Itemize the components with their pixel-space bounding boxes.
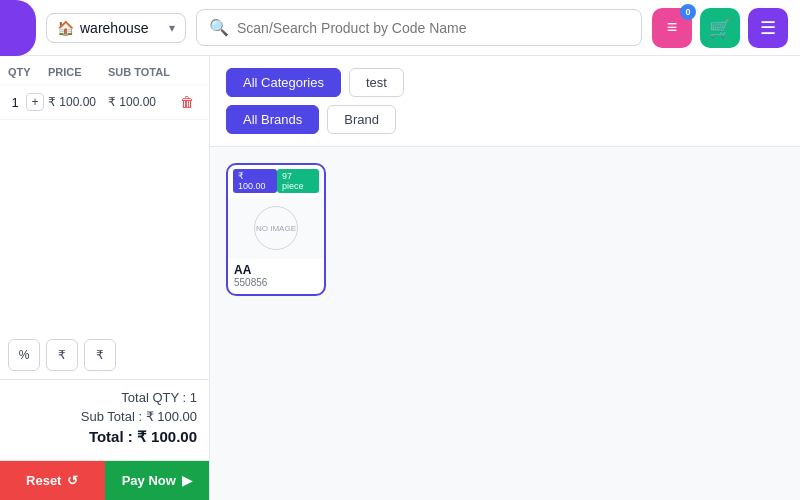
reset-button[interactable]: Reset ↺: [0, 461, 105, 500]
no-image-placeholder: NO IMAGE: [254, 206, 298, 250]
products-grid: ₹ 100.00 97 piece NO IMAGE AA 550856: [210, 147, 800, 500]
top-bar: 🏠 warehouse ▾ 🔍 ≡ 0 🛒 ☰: [0, 0, 800, 56]
cart-icon: 🛒: [709, 17, 731, 39]
top-actions: ≡ 0 🛒 ☰: [652, 8, 788, 48]
action-header: [173, 66, 201, 78]
warehouse-icon: 🏠: [57, 20, 74, 36]
reset-label: Reset: [26, 473, 61, 488]
list-button[interactable]: ≡ 0: [652, 8, 692, 48]
product-code: 550856: [234, 277, 318, 288]
filter-bar: All Categories test All Brands Brand: [210, 56, 800, 147]
product-image-area: NO IMAGE: [228, 197, 324, 259]
search-icon: 🔍: [209, 18, 229, 37]
discount-amount-button1[interactable]: ₹: [46, 339, 78, 371]
total-qty-label: Total QTY : 1: [121, 390, 197, 405]
brand-filter-row: All Brands Brand: [226, 105, 784, 134]
subtotal-cell: ₹ 100.00: [108, 95, 173, 109]
discount-area: % ₹ ₹: [0, 331, 209, 379]
totals-section: Total QTY : 1 Sub Total : ₹ 100.00 Total…: [0, 379, 209, 460]
warehouse-selector[interactable]: 🏠 warehouse ▾: [46, 13, 186, 43]
grand-total-row: Total : ₹ 100.00: [12, 428, 197, 446]
all-brands-button[interactable]: All Brands: [226, 105, 319, 134]
discount-percent-button[interactable]: %: [8, 339, 40, 371]
product-info: AA 550856: [228, 259, 324, 294]
list-item[interactable]: ₹ 100.00 97 piece NO IMAGE AA 550856: [226, 163, 326, 296]
action-buttons: Reset ↺ Pay Now ▶: [0, 460, 209, 500]
pay-label: Pay Now: [122, 473, 176, 488]
no-image-text: NO IMAGE: [256, 224, 296, 233]
product-stock-badge: 97 piece: [277, 169, 319, 193]
brand-pill: [0, 0, 36, 56]
card-badges: ₹ 100.00 97 piece: [228, 165, 324, 197]
cart-header: QTY PRICE SUB TOTAL: [0, 56, 209, 85]
subtotal-header: SUB TOTAL: [108, 66, 173, 78]
chevron-down-icon: ▾: [169, 21, 175, 35]
qty-header: QTY: [8, 66, 48, 78]
delete-row-button[interactable]: 🗑: [173, 94, 201, 110]
main-content: QTY PRICE SUB TOTAL 1 + ₹ 100.00 ₹ 100.0…: [0, 56, 800, 500]
cart-button[interactable]: 🛒: [700, 8, 740, 48]
menu-button[interactable]: ☰: [748, 8, 788, 48]
total-qty-row: Total QTY : 1: [12, 390, 197, 405]
warehouse-label: warehouse: [80, 20, 163, 36]
category-filter-row: All Categories test: [226, 68, 784, 97]
reset-icon: ↺: [67, 473, 78, 488]
qty-increment-button[interactable]: +: [26, 93, 44, 111]
product-name: AA: [234, 263, 318, 277]
search-input[interactable]: [237, 20, 629, 36]
test-category-button[interactable]: test: [349, 68, 404, 97]
brand-button[interactable]: Brand: [327, 105, 396, 134]
left-panel: QTY PRICE SUB TOTAL 1 + ₹ 100.00 ₹ 100.0…: [0, 56, 210, 500]
table-row: 1 + ₹ 100.00 ₹ 100.00 🗑: [0, 85, 209, 120]
cart-table: QTY PRICE SUB TOTAL 1 + ₹ 100.00 ₹ 100.0…: [0, 56, 209, 331]
price-cell: ₹ 100.00: [48, 95, 108, 109]
all-categories-button[interactable]: All Categories: [226, 68, 341, 97]
sub-total-label: Sub Total : ₹ 100.00: [81, 409, 197, 424]
list-icon: ≡: [667, 17, 678, 38]
pay-now-button[interactable]: Pay Now ▶: [105, 461, 210, 500]
cart-badge: 0: [680, 4, 696, 20]
grand-total-label: Total : ₹ 100.00: [89, 428, 197, 446]
pay-icon: ▶: [182, 473, 192, 488]
qty-value: 1: [8, 95, 22, 110]
product-price-badge: ₹ 100.00: [233, 169, 277, 193]
sub-total-row: Sub Total : ₹ 100.00: [12, 409, 197, 424]
qty-control: 1 +: [8, 93, 48, 111]
price-header: PRICE: [48, 66, 108, 78]
right-panel: All Categories test All Brands Brand ₹ 1…: [210, 56, 800, 500]
menu-icon: ☰: [760, 17, 776, 39]
discount-amount-button2[interactable]: ₹: [84, 339, 116, 371]
search-bar: 🔍: [196, 9, 642, 46]
